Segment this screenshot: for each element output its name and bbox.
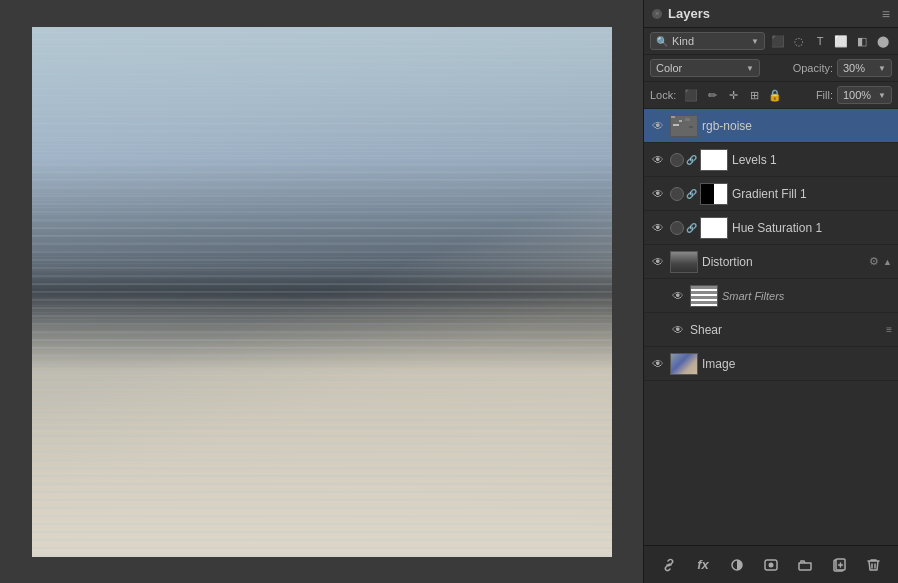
layer-name-rgb-noise: rgb-noise bbox=[702, 119, 892, 133]
lock-artboards-button[interactable]: ⊞ bbox=[745, 86, 763, 104]
layer-item-smart-filters[interactable]: 👁 Smart Filters bbox=[644, 279, 898, 313]
panel-toolbar: fx bbox=[644, 545, 898, 583]
layer-item-levels[interactable]: 👁 🔗 Levels 1 bbox=[644, 143, 898, 177]
panel-titlebar: × Layers ≡ bbox=[644, 0, 898, 28]
pixel-filter-icon[interactable]: ⬛ bbox=[769, 32, 787, 50]
layer-thumb-distortion bbox=[670, 251, 698, 273]
lock-pixels-button[interactable]: ⬛ bbox=[682, 86, 700, 104]
blend-mode-dropdown[interactable]: Color ▼ bbox=[650, 59, 760, 77]
layer-name-image: Image bbox=[702, 357, 892, 371]
panel-menu-button[interactable]: ≡ bbox=[882, 7, 890, 21]
adjustment-filter-icon[interactable]: ◌ bbox=[790, 32, 808, 50]
adjustment-icon-gradient bbox=[670, 187, 684, 201]
kind-dropdown[interactable]: 🔍 Kind ▼ bbox=[650, 32, 765, 50]
layer-item-shear[interactable]: 👁 Shear ≡ bbox=[644, 313, 898, 347]
expand-distortion-arrow[interactable]: ▲ bbox=[883, 257, 892, 267]
layer-icons-levels: 🔗 bbox=[670, 153, 696, 167]
fill-label: Fill: bbox=[816, 89, 833, 101]
fill-group: Fill: 100% ▼ bbox=[816, 86, 892, 104]
kind-dropdown-arrow: ▼ bbox=[751, 37, 759, 46]
fill-input[interactable]: 100% ▼ bbox=[837, 86, 892, 104]
panel-title-left: × Layers bbox=[652, 6, 710, 21]
canvas-image bbox=[32, 27, 612, 557]
link-button[interactable] bbox=[658, 554, 680, 576]
opacity-value: 30% bbox=[843, 62, 876, 74]
chain-icon-hue: 🔗 bbox=[686, 221, 696, 235]
new-fill-adjustment-button[interactable] bbox=[726, 554, 748, 576]
layer-name-levels: Levels 1 bbox=[732, 153, 892, 167]
filter-icons: ⬛ ◌ T ⬜ ◧ ⬤ bbox=[769, 32, 892, 50]
layer-mask-gradient bbox=[700, 183, 728, 205]
layer-item-rgb-noise[interactable]: 👁 rgb-noise bbox=[644, 109, 898, 143]
chain-icon-levels: 🔗 bbox=[686, 153, 696, 167]
circle-filter-icon[interactable]: ⬤ bbox=[874, 32, 892, 50]
filter-kind-row: 🔍 Kind ▼ ⬛ ◌ T ⬜ ◧ ⬤ bbox=[644, 28, 898, 55]
adjustment-icon-hue bbox=[670, 221, 684, 235]
visibility-smart-filters[interactable]: 👁 bbox=[670, 288, 686, 304]
layer-name-distortion: Distortion bbox=[702, 255, 865, 269]
blend-mode-label: Color bbox=[656, 62, 742, 74]
lock-all-button[interactable]: 🔒 bbox=[766, 86, 784, 104]
layer-name-hue-saturation: Hue Saturation 1 bbox=[732, 221, 892, 235]
layer-name-shear: Shear bbox=[690, 323, 882, 337]
visibility-gradient-fill[interactable]: 👁 bbox=[650, 186, 666, 202]
lock-position-button[interactable]: ✛ bbox=[724, 86, 742, 104]
filter-settings-icon[interactable]: ≡ bbox=[886, 324, 892, 335]
layers-panel: × Layers ≡ 🔍 Kind ▼ ⬛ ◌ T ⬜ ◧ ⬤ Color ▼ … bbox=[643, 0, 898, 583]
layer-item-image[interactable]: 👁 Image bbox=[644, 347, 898, 381]
close-button[interactable]: × bbox=[652, 9, 662, 19]
fill-value: 100% bbox=[843, 89, 876, 101]
visibility-image[interactable]: 👁 bbox=[650, 356, 666, 372]
lock-fill-row: Lock: ⬛ ✏ ✛ ⊞ 🔒 Fill: 100% ▼ bbox=[644, 82, 898, 109]
layer-name-smart-filters: Smart Filters bbox=[722, 290, 892, 302]
visibility-levels[interactable]: 👁 bbox=[650, 152, 666, 168]
layer-mask-levels bbox=[700, 149, 728, 171]
lock-image-button[interactable]: ✏ bbox=[703, 86, 721, 104]
panel-title: Layers bbox=[668, 6, 710, 21]
layer-thumb-rgb-noise bbox=[670, 115, 698, 137]
delete-layer-button[interactable] bbox=[862, 554, 884, 576]
opacity-label: Opacity: bbox=[793, 62, 833, 74]
fx-button[interactable]: fx bbox=[692, 554, 714, 576]
layer-icons-hue: 🔗 bbox=[670, 221, 696, 235]
layer-item-hue-saturation[interactable]: 👁 🔗 Hue Saturation 1 bbox=[644, 211, 898, 245]
scan-lines-overlay bbox=[32, 27, 612, 557]
layer-item-distortion[interactable]: 👁 Distortion ⚙ ▲ bbox=[644, 245, 898, 279]
visibility-distortion[interactable]: 👁 bbox=[650, 254, 666, 270]
layers-list: 👁 rgb-noise 👁 🔗 Levels 1 👁 🔗 Gradient Fi… bbox=[644, 109, 898, 545]
layer-mask-hue bbox=[700, 217, 728, 239]
new-group-button[interactable] bbox=[794, 554, 816, 576]
lock-icons: ⬛ ✏ ✛ ⊞ 🔒 bbox=[682, 86, 784, 104]
layer-thumb-image bbox=[670, 353, 698, 375]
mode-opacity-row: Color ▼ Opacity: 30% ▼ bbox=[644, 55, 898, 82]
kind-label: Kind bbox=[672, 35, 694, 47]
visibility-rgb-noise[interactable]: 👁 bbox=[650, 118, 666, 134]
shape-filter-icon[interactable]: ⬜ bbox=[832, 32, 850, 50]
layer-thumb-smart-filters bbox=[690, 285, 718, 307]
chain-icon-gradient: 🔗 bbox=[686, 187, 696, 201]
add-mask-button[interactable] bbox=[760, 554, 782, 576]
layer-name-gradient-fill: Gradient Fill 1 bbox=[732, 187, 892, 201]
lock-label: Lock: bbox=[650, 89, 676, 101]
smart-filter-icon[interactable]: ◧ bbox=[853, 32, 871, 50]
smart-object-icon: ⚙ bbox=[869, 255, 879, 268]
svg-point-2 bbox=[769, 562, 774, 567]
visibility-shear[interactable]: 👁 bbox=[670, 322, 686, 338]
layer-icons-gradient: 🔗 bbox=[670, 187, 696, 201]
adjustment-icon-levels bbox=[670, 153, 684, 167]
layer-item-gradient-fill[interactable]: 👁 🔗 Gradient Fill 1 bbox=[644, 177, 898, 211]
opacity-input[interactable]: 30% ▼ bbox=[837, 59, 892, 77]
visibility-hue-saturation[interactable]: 👁 bbox=[650, 220, 666, 236]
opacity-group: Opacity: 30% ▼ bbox=[793, 59, 892, 77]
type-filter-icon[interactable]: T bbox=[811, 32, 829, 50]
canvas-area bbox=[0, 0, 643, 583]
new-layer-button[interactable] bbox=[828, 554, 850, 576]
